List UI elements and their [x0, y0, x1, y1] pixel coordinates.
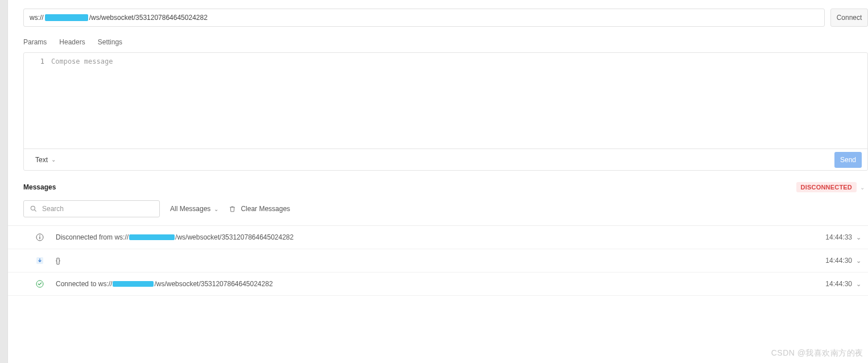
message-row[interactable]: Connected to ws:///ws/websocket/35312078…	[8, 273, 868, 296]
editor-gutter: 1	[24, 53, 51, 148]
url-suffix: /ws/websocket/3531207864645024282	[89, 14, 208, 22]
search-placeholder: Search	[42, 205, 64, 213]
chevron-down-icon[interactable]: ⌄	[852, 280, 865, 288]
watermark: CSDN @我喜欢南方的夜	[771, 348, 863, 358]
checkmark-circle-icon	[35, 279, 44, 288]
svg-rect-4	[39, 237, 40, 240]
row-text: Connected to ws:///ws/websocket/35312078…	[56, 280, 825, 288]
message-list: Disconnected from ws:///ws/websocket/353…	[8, 225, 868, 296]
tab-params[interactable]: Params	[23, 38, 47, 46]
messages-filter-dropdown[interactable]: All Messages ⌄	[170, 205, 218, 213]
row-text: {}	[56, 257, 825, 265]
arrow-down-icon	[35, 256, 44, 265]
svg-line-1	[35, 210, 36, 212]
compose-bar: Text ⌄ Send	[24, 148, 867, 170]
row-icon	[35, 233, 56, 242]
filter-label: All Messages	[170, 205, 210, 213]
trash-icon	[229, 205, 236, 213]
messages-header: Messages DISCONNECTED ⌄	[8, 171, 868, 192]
chevron-down-icon[interactable]: ⌄	[860, 184, 865, 191]
message-type-label: Text	[35, 156, 48, 164]
row-icon	[35, 279, 56, 288]
chevron-down-icon[interactable]: ⌄	[852, 257, 865, 265]
search-input[interactable]: Search	[23, 200, 160, 217]
url-input[interactable]: ws:// /ws/websocket/3531207864645024282	[23, 9, 825, 27]
tab-settings[interactable]: Settings	[98, 38, 122, 46]
info-icon	[35, 233, 44, 242]
url-row: ws:// /ws/websocket/3531207864645024282 …	[8, 0, 868, 27]
compose-box: 1 Compose message Text ⌄ Send	[23, 52, 868, 171]
filters-row: Search All Messages ⌄ Clear Messages	[8, 192, 868, 222]
url-redacted	[45, 14, 88, 21]
svg-point-0	[31, 206, 35, 210]
row-timestamp: 14:44:30	[825, 257, 852, 265]
connect-button[interactable]: Connect	[830, 9, 868, 27]
clear-label: Clear Messages	[241, 205, 290, 213]
url-prefix: ws://	[30, 14, 44, 22]
send-button[interactable]: Send	[834, 152, 862, 168]
row-timestamp: 14:44:33	[825, 233, 852, 241]
main-panel: ws:// /ws/websocket/3531207864645024282 …	[8, 0, 868, 363]
message-row[interactable]: {}14:44:30⌄	[8, 249, 868, 273]
redacted-segment	[129, 234, 175, 240]
tabs-row: Params Headers Settings	[8, 27, 868, 52]
clear-messages-button[interactable]: Clear Messages	[229, 205, 290, 213]
left-strip	[0, 0, 8, 363]
row-icon	[35, 256, 56, 265]
chevron-down-icon[interactable]: ⌄	[852, 234, 865, 241]
search-icon	[30, 205, 38, 213]
messages-title: Messages	[23, 183, 56, 191]
editor-body[interactable]: Compose message	[51, 53, 867, 148]
row-text: Disconnected from ws:///ws/websocket/353…	[56, 233, 825, 241]
chevron-down-icon: ⌄	[214, 206, 218, 212]
row-timestamp: 14:44:30	[825, 280, 852, 288]
message-type-dropdown[interactable]: Text ⌄	[35, 156, 56, 164]
redacted-segment	[113, 281, 154, 287]
compose-editor[interactable]: 1 Compose message	[24, 53, 867, 148]
svg-point-3	[39, 235, 40, 236]
chevron-down-icon: ⌄	[51, 156, 56, 163]
message-row[interactable]: Disconnected from ws:///ws/websocket/353…	[8, 226, 868, 249]
connection-status: DISCONNECTED	[796, 182, 857, 192]
tab-headers[interactable]: Headers	[59, 38, 85, 46]
